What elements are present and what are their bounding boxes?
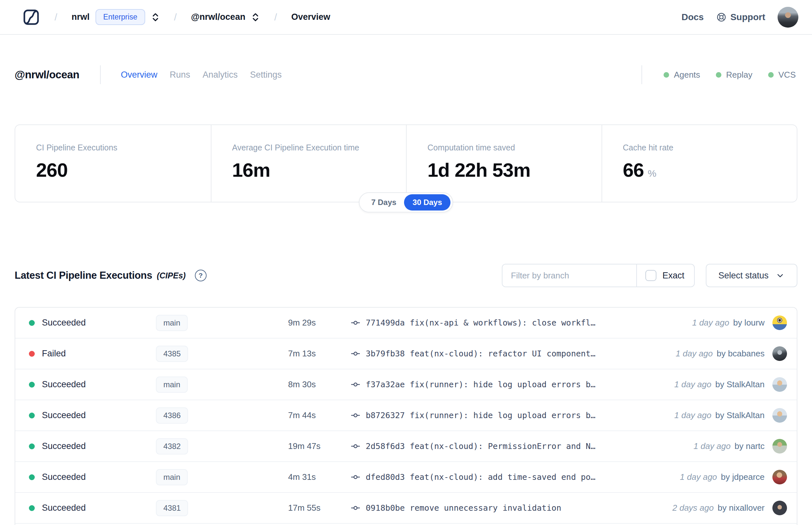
relative-time: 1 day ago [676,349,713,359]
stats-cards: CI Pipeline Executions 260 Average CI Pi… [15,124,797,202]
status-label: Succeeded [42,379,86,390]
section-title: Latest CI Pipeline Executions [15,270,152,281]
duration-label: 4m 31s [286,472,351,482]
branch-badge[interactable]: 4386 [156,407,188,424]
status-label: Succeeded [42,318,86,328]
tab-runs[interactable]: Runs [170,70,190,80]
author-label: by nartc [735,441,765,451]
breadcrumb-separator: / [170,12,181,23]
enterprise-badge: Enterprise [95,9,145,25]
status-dot-icon [29,444,35,449]
status-label: Succeeded [42,441,86,451]
author-avatar[interactable] [772,408,787,423]
git-commit-icon [351,472,361,482]
commit-message[interactable]: 3b79fb38 feat(nx-cloud): refactor UI com… [366,349,595,358]
table-row[interactable]: Succeeded 4381 17m 55s 0918b0be remove u… [15,493,797,524]
feature-replay[interactable]: Replay [716,70,753,80]
status-select-button[interactable]: Select status [706,264,797,287]
author-label: by nixallover [718,503,765,513]
date-range-toggle: 7 Days 30 Days [359,192,453,212]
page-title: @nrwl/ocean [15,69,79,81]
exact-label: Exact [662,271,684,281]
author-label: by lourw [733,318,765,328]
status-label: Succeeded [42,472,86,482]
workspace-bar: @nrwl/ocean Overview Runs Analytics Sett… [0,62,812,87]
breadcrumb-separator: / [270,12,281,23]
stat-computation-time-saved: Computation time saved 1d 22h 53m [406,125,601,202]
range-30-days-button[interactable]: 30 Days [404,194,450,211]
author-label: by StalkAltan [715,410,765,420]
commit-message[interactable]: 2d58f6d3 feat(nx-cloud): PermissionError… [366,441,595,451]
status-dot-icon [768,72,774,78]
commit-message[interactable]: 771499da fix(nx-api & workflows): close … [366,318,595,328]
nx-cloud-logo-icon[interactable] [22,8,40,26]
table-row[interactable]: Succeeded 4382 19m 47s 2d58f6d3 feat(nx-… [15,431,797,462]
relative-time: 1 day ago [674,410,711,420]
status-dot-icon [29,474,35,480]
table-row[interactable]: Succeeded main 9m 29s 771499da fix(nx-ap… [15,308,797,339]
commit-message[interactable]: b8726327 fix(runner): hide log upload er… [366,411,595,420]
branch-badge[interactable]: 4382 [156,438,188,454]
status-dot-icon [29,412,35,418]
exact-checkbox[interactable] [645,270,656,281]
duration-label: 7m 13s [286,349,351,359]
relative-time: 1 day ago [693,441,731,451]
branch-badge[interactable]: main [156,376,188,393]
author-avatar[interactable] [772,439,787,453]
status-label: Succeeded [42,410,86,420]
help-icon[interactable]: ? [195,270,206,281]
branch-badge[interactable]: 4385 [156,346,188,362]
cipe-table: Succeeded main 9m 29s 771499da fix(nx-ap… [15,307,797,525]
status-dot-icon [29,505,35,511]
commit-message[interactable]: 0918b0be remove unnecessary invalidation [366,503,561,513]
workspace-tabs: Overview Runs Analytics Settings [121,70,281,80]
author-avatar[interactable] [772,377,787,392]
stat-cache-hit-rate: Cache hit rate 66% [601,125,797,202]
table-row[interactable]: Succeeded main 4m 31s dfed80d3 feat(nx-c… [15,462,797,493]
status-label: Failed [42,349,66,359]
table-row[interactable]: Succeeded 4386 7m 44s b8726327 fix(runne… [15,400,797,431]
status-dot-icon [29,382,35,388]
branch-badge[interactable]: main [156,315,188,331]
divider [642,65,642,84]
stat-ci-pipeline-executions: CI Pipeline Executions 260 [15,125,211,202]
status-dot-icon [29,351,35,357]
relative-time: 1 day ago [674,379,711,390]
git-commit-icon [351,410,361,420]
author-avatar[interactable] [772,501,787,515]
user-avatar[interactable] [778,7,798,28]
org-name[interactable]: nrwl [72,12,90,22]
breadcrumb: / nrwl Enterprise / @nrwl/ocean / Overvi… [22,8,330,26]
status-dot-icon [663,72,669,78]
docs-link[interactable]: Docs [681,12,704,22]
range-7-days-button[interactable]: 7 Days [362,198,404,207]
table-row[interactable]: Failed 4385 7m 13s 3b79fb38 feat(nx-clou… [15,339,797,370]
chevron-down-icon [776,271,785,280]
tab-overview[interactable]: Overview [121,70,157,80]
feature-vcs[interactable]: VCS [768,70,796,80]
section-title-suffix: (CIPEs) [157,271,186,280]
support-link[interactable]: Support [716,12,765,22]
breadcrumb-separator: / [50,12,62,23]
author-avatar[interactable] [772,346,787,361]
author-avatar[interactable] [772,470,787,484]
table-row[interactable]: Succeeded main 8m 30s f37a32ae fix(runne… [15,370,797,400]
status-dot-icon [29,320,35,326]
workspace-name[interactable]: @nrwl/ocean [191,12,245,22]
feature-agents[interactable]: Agents [663,70,700,80]
duration-label: 19m 47s [286,441,351,451]
org-selector-icon[interactable] [151,12,160,22]
status-dot-icon [716,72,721,78]
branch-badge[interactable]: 4381 [156,500,188,516]
branch-filter-input[interactable] [503,265,636,287]
tab-settings[interactable]: Settings [250,70,282,80]
commit-message[interactable]: f37a32ae fix(runner): hide log upload er… [366,380,595,389]
workspace-selector-icon[interactable] [251,12,260,22]
git-commit-icon [351,379,361,390]
tab-analytics[interactable]: Analytics [203,70,238,80]
relative-time: 1 day ago [692,318,729,328]
commit-message[interactable]: dfed80d3 feat(nx-cloud): add time-saved … [366,472,595,482]
branch-badge[interactable]: main [156,469,188,485]
author-avatar[interactable] [772,315,787,330]
cipe-section-header: Latest CI Pipeline Executions (CIPEs) ? … [15,263,797,288]
